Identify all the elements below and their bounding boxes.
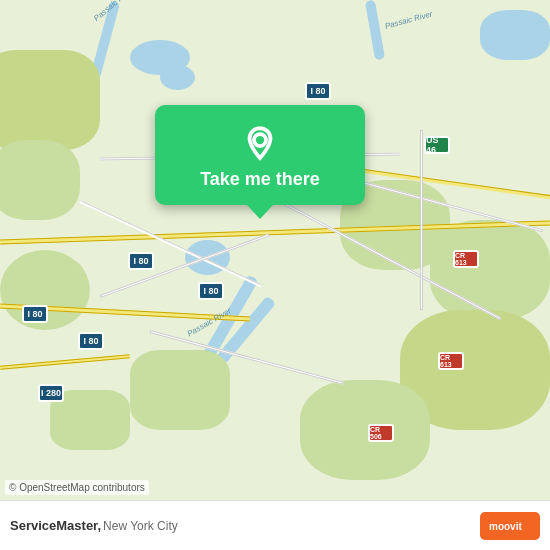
moovit-logo[interactable]: moovit [480,512,540,540]
water-body-2 [160,65,195,90]
popup-label: Take me there [200,169,320,190]
app-city: New York City [103,519,178,533]
moovit-logo-container[interactable]: moovit [472,512,540,540]
highway-badge-us46: US 46 [424,136,450,154]
highway-badge-cr506: CR 506 [368,424,394,442]
highway-badge-i80-top: I 80 [305,82,331,100]
water-body-3 [480,10,550,60]
road-vertical-1 [420,130,423,310]
app-name: ServiceMaster, [10,518,101,533]
green-area-6 [300,380,430,480]
location-pin-icon [242,125,278,161]
highway-badge-cr613-top: CR 613 [453,250,479,268]
green-area-4 [430,220,550,320]
green-area-1 [0,50,100,150]
highway-badge-i80-left2: I 80 [78,332,104,350]
highway-badge-i80-mid-left: I 80 [128,252,154,270]
green-area-2 [0,140,80,220]
svg-text:moovit: moovit [489,521,522,532]
moovit-icon: moovit [485,516,535,536]
highway-badge-i280: I 280 [38,384,64,402]
location-popup[interactable]: Take me there [155,105,365,205]
map-container: I 80 US 46 I 80 I 80 I 80 I 80 CR 613 CR… [0,0,550,550]
svg-point-0 [254,134,266,146]
highway-badge-i80-mid: I 80 [198,282,224,300]
highway-badge-cr613-bot: CR 613 [438,352,464,370]
osm-attribution: © OpenStreetMap contributors [5,480,149,495]
green-area-9 [130,350,230,430]
app-title-container: ServiceMaster, New York City [10,518,178,533]
bottom-bar: ServiceMaster, New York City moovit [0,500,550,550]
highway-badge-i80-left: I 80 [22,305,48,323]
